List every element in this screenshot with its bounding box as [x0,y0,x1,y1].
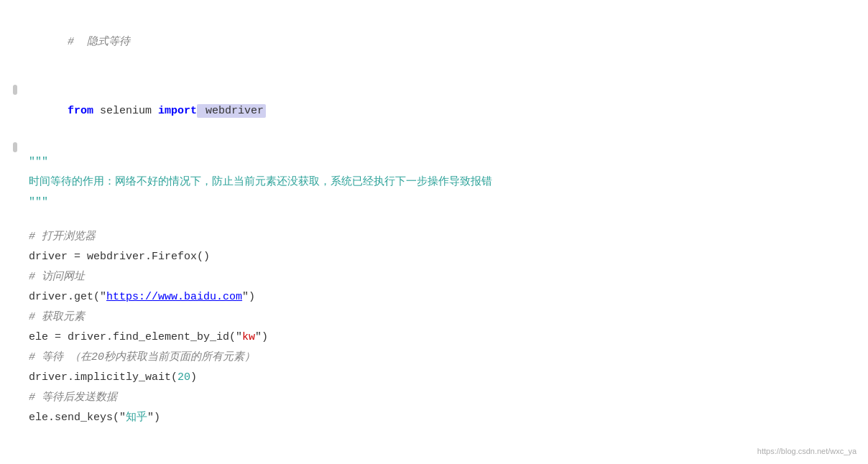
webdriver-highlight: webdriver [197,104,266,118]
triple-quote-open: """ [29,153,48,172]
send-prefix: ele.send_keys(" [29,409,126,427]
triple-quote-close: """ [29,193,48,212]
line-driver-init: driver = webdriver.Firefox() [29,248,846,268]
scroll-indicator-bottom[interactable] [13,142,17,152]
docstring-text: 时间等待的作用：网络不好的情况下，防止当前元素还没获取，系统已经执行下一步操作导… [29,173,492,192]
line-comment-element: # 获取元素 [29,308,846,328]
blank-line-3 [29,213,846,228]
url-link[interactable]: https://www.baidu.com [106,288,242,307]
line-docstring: 时间等待的作用：网络不好的情况下，防止当前元素还没获取，系统已经执行下一步操作导… [29,173,846,193]
line-triple-quote-open: """ [29,153,846,173]
find-prefix: ele = driver.find_element_by_id(" [29,328,242,347]
text-selenium: selenium [93,105,158,117]
comment-send: # 等待后发送数据 [29,389,117,407]
line-send-keys: ele.send_keys("知乎") [29,409,846,429]
code-area: # 隐式等待 from selenium import webdriver ""… [0,0,868,443]
blank-line-2 [29,139,846,153]
line-import: from selenium import webdriver [29,84,846,139]
keyword-import: import [158,105,197,117]
line-comment-wait: # 等待 （在20秒内获取当前页面的所有元素） [29,348,846,368]
comment-visit: # 访问网址 [29,268,85,287]
comment-element: # 获取元素 [29,308,85,327]
scroll-indicator-top[interactable] [13,85,17,95]
line-comment-send: # 等待后发送数据 [29,389,846,409]
wait-number: 20 [177,368,190,387]
comment-title: # 隐式等待 [68,36,130,48]
line-find-element: ele = driver.find_element_by_id("kw") [29,328,846,348]
find-suffix: ") [255,328,268,347]
driver-init-code: driver = webdriver.Firefox() [29,248,210,266]
send-suffix: ") [147,409,160,427]
send-arg: 知乎 [126,409,147,427]
blank-line-1 [29,70,846,84]
line-comment-browser: # 打开浏览器 [29,228,846,248]
line-wait: driver.implicitly_wait(20) [29,368,846,389]
keyword-from: from [68,105,93,117]
comment-browser: # 打开浏览器 [29,228,96,246]
driver-get-prefix: driver.get(" [29,288,106,307]
line-triple-quote-close: """ [29,193,846,213]
find-arg: kw [242,328,255,347]
line-comment-visit: # 访问网址 [29,268,846,288]
watermark: https://blog.csdn.net/wxc_ya [757,447,857,455]
line-title-comment: # 隐式等待 [29,14,846,70]
driver-get-suffix: ") [242,288,255,307]
wait-suffix: ) [190,368,197,387]
comment-wait: # 等待 （在20秒内获取当前页面的所有元素） [29,348,255,367]
wait-prefix: driver.implicitly_wait( [29,368,177,387]
line-driver-get: driver.get("https://www.baidu.com") [29,288,846,308]
